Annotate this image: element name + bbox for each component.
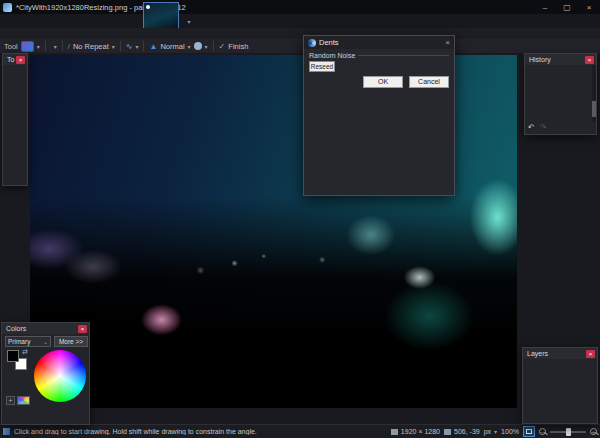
gradient-tool-button[interactable] bbox=[21, 41, 34, 52]
tool-options-bar: Tool ▾ ▾ / No Repeat ▾ ∿ ▾ ▲ Normal ▾ ▾ … bbox=[0, 39, 600, 53]
app-icon bbox=[3, 3, 12, 12]
chevron-down-icon[interactable]: ▾ bbox=[494, 428, 497, 435]
title-bar: *CityWith1920x1280Resizing.png - paint.n… bbox=[0, 0, 600, 14]
cursor-position-label: 506, -39 bbox=[454, 428, 480, 435]
primary-color-swatch[interactable] bbox=[7, 350, 19, 362]
interpolation-dropdown[interactable]: ▾ bbox=[135, 43, 138, 50]
workspace: To × History × ↶ ↷ bbox=[0, 53, 600, 424]
zoom-out-button[interactable]: – bbox=[539, 428, 546, 435]
dialog-close-icon[interactable]: × bbox=[445, 38, 450, 47]
gradient-channel-dropdown[interactable]: ▾ bbox=[54, 43, 57, 50]
random-noise-label: Random Noise bbox=[309, 52, 355, 59]
antialias-dropdown[interactable]: ▾ bbox=[205, 43, 208, 50]
blend-mode-icon: ▲ bbox=[149, 42, 157, 51]
tool-label: Tool bbox=[4, 42, 18, 51]
colors-panel-title: Colors bbox=[6, 325, 26, 332]
units-dropdown[interactable]: px bbox=[484, 428, 491, 435]
chevron-down-icon[interactable]: ▾ bbox=[112, 43, 115, 50]
layers-panel: Layers × bbox=[522, 347, 598, 424]
reseed-button[interactable]: Reseed bbox=[309, 61, 335, 72]
close-icon[interactable]: × bbox=[78, 325, 87, 333]
history-panel: History × ↶ ↷ bbox=[524, 53, 597, 135]
zoom-slider-thumb[interactable] bbox=[566, 428, 571, 436]
zoom-fit-button[interactable] bbox=[523, 426, 535, 437]
add-color-button[interactable]: + bbox=[6, 396, 15, 405]
layers-panel-title: Layers bbox=[527, 350, 548, 357]
color-wheel-cursor[interactable] bbox=[57, 373, 63, 379]
tools-panel-title: To bbox=[7, 56, 14, 63]
tools-panel: To × bbox=[2, 53, 28, 186]
main-toolbar bbox=[0, 28, 600, 39]
close-button[interactable]: × bbox=[578, 0, 600, 14]
check-icon: ✓ bbox=[219, 42, 226, 51]
finish-button[interactable]: Finish bbox=[228, 42, 248, 51]
redo-icon-button[interactable]: ↷ bbox=[540, 123, 547, 132]
layers-toolbar bbox=[523, 359, 597, 363]
history-panel-title: History bbox=[529, 56, 551, 63]
menu-bar bbox=[0, 14, 600, 28]
status-bar: Click and drag to start drawing. Hold sh… bbox=[0, 424, 600, 438]
palette-menu-button[interactable]: ▾ bbox=[17, 396, 30, 405]
image-tab-thumbnail[interactable] bbox=[143, 2, 179, 30]
swap-colors-icon[interactable]: ⇄ bbox=[22, 348, 28, 356]
close-icon[interactable]: × bbox=[585, 56, 594, 64]
cancel-button[interactable]: Cancel bbox=[409, 76, 449, 88]
more-button[interactable]: More >> bbox=[54, 336, 88, 347]
image-size-icon bbox=[391, 429, 398, 435]
ok-button[interactable]: OK bbox=[363, 76, 403, 88]
minimize-button[interactable]: – bbox=[534, 0, 556, 14]
antialias-icon bbox=[194, 42, 202, 50]
cursor-position-icon bbox=[444, 429, 451, 435]
interpolation-icon: ∿ bbox=[126, 42, 133, 51]
undo-icon-button[interactable]: ↶ bbox=[528, 123, 535, 132]
chevron-down-icon[interactable]: ▾ bbox=[37, 43, 40, 50]
colors-panel: Colors × Primary⌄ More >> ⇄ + ▾ bbox=[1, 322, 90, 425]
dents-effect-icon bbox=[308, 39, 316, 47]
separator-icon: / bbox=[68, 42, 70, 51]
image-list-button[interactable]: ▾ bbox=[185, 18, 193, 26]
chevron-down-icon[interactable]: ▾ bbox=[188, 43, 191, 50]
dialog-title-bar[interactable]: Dents × bbox=[304, 36, 454, 49]
close-icon[interactable]: × bbox=[16, 56, 25, 64]
zoom-in-button[interactable]: + bbox=[590, 428, 597, 435]
close-icon[interactable]: × bbox=[586, 350, 595, 358]
status-hint-icon bbox=[3, 428, 10, 435]
zoom-percent[interactable]: 100% bbox=[501, 428, 519, 435]
history-scrollbar[interactable] bbox=[592, 65, 596, 122]
dents-dialog: Dents × Random Noise Reseed OK Cancel bbox=[303, 35, 455, 196]
color-mode-select[interactable]: Primary⌄ bbox=[5, 336, 51, 347]
repeat-mode-dropdown[interactable]: No Repeat bbox=[73, 42, 109, 51]
blend-mode-dropdown[interactable]: Normal bbox=[160, 42, 184, 51]
image-size-label: 1920 × 1280 bbox=[401, 428, 440, 435]
status-hint: Click and drag to start drawing. Hold sh… bbox=[14, 428, 387, 435]
maximize-button[interactable]: ▢ bbox=[556, 0, 578, 14]
dialog-title: Dents bbox=[319, 38, 442, 47]
unsaved-indicator bbox=[146, 5, 150, 9]
paintnet-window: *CityWith1920x1280Resizing.png - paint.n… bbox=[0, 0, 600, 438]
zoom-slider[interactable] bbox=[550, 431, 586, 433]
